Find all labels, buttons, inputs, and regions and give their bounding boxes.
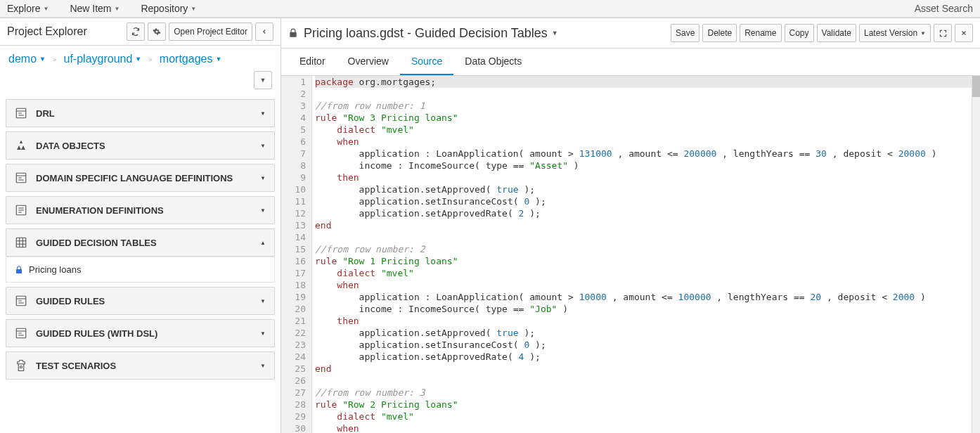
copy-button[interactable]: Copy: [785, 24, 814, 42]
project-explorer-title: Project Explorer: [7, 25, 124, 38]
tab-editor[interactable]: Editor: [288, 49, 337, 75]
close-button[interactable]: [955, 24, 973, 42]
menu-new-item-label: New Item: [70, 3, 111, 14]
menu-new-item[interactable]: New Item ▼: [70, 3, 120, 14]
category-item[interactable]: Pricing loans: [6, 257, 275, 283]
gear-icon: [153, 27, 161, 36]
document-title: Pricing loans.gdst - Guided Decision Tab…: [304, 26, 548, 41]
category-label: GUIDED DECISION TABLES: [36, 238, 256, 248]
breadcrumb-uf-playground[interactable]: uf-playground ▼: [64, 53, 142, 65]
breadcrumb-sep: »: [148, 56, 153, 63]
menu-repository[interactable]: Repository ▼: [141, 3, 196, 14]
rename-button[interactable]: Rename: [740, 24, 781, 42]
breadcrumb: demo ▼ » uf-playground ▼ » mortgages ▼: [0, 46, 281, 68]
lock-icon: [15, 266, 23, 274]
delete-button[interactable]: Delete: [702, 24, 737, 42]
menu-repository-label: Repository: [141, 3, 188, 14]
tab-data-objects[interactable]: Data Objects: [453, 49, 533, 75]
breadcrumb-sep: »: [53, 56, 57, 63]
project-explorer-panel: Project Explorer Open Project Editor dem…: [0, 18, 281, 433]
category-icon: [15, 172, 27, 184]
refresh-button[interactable]: [127, 22, 145, 41]
category-icon: [15, 139, 27, 152]
chevron-down-icon: ▼: [215, 56, 221, 63]
top-menu-bar: Explore ▼ New Item ▼ Repository ▼ Asset …: [0, 0, 980, 18]
toggle-icon: ▼: [260, 363, 266, 369]
toggle-icon: ▲: [260, 240, 266, 246]
settings-button[interactable]: [148, 22, 166, 41]
toggle-icon: ▼: [260, 298, 266, 304]
chevron-down-icon: ▼: [920, 30, 926, 37]
category-icon: [15, 295, 27, 307]
category-label: ENUMERATION DEFINITIONS: [36, 205, 256, 216]
chevron-down-icon: ▼: [39, 56, 46, 63]
menu-explore-label: Explore: [7, 3, 40, 14]
breadcrumb-mortgages[interactable]: mortgages ▼: [160, 53, 222, 65]
category-row[interactable]: GUIDED RULES▼: [6, 287, 275, 315]
chevron-down-icon: ▼: [552, 30, 558, 37]
lock-icon: [288, 28, 298, 38]
category-icon: [15, 236, 27, 249]
collapse-panel-button[interactable]: [255, 22, 273, 41]
breadcrumb-label: mortgages: [160, 53, 213, 65]
category-row[interactable]: DRL▼: [6, 99, 275, 127]
toggle-icon: ▼: [260, 110, 266, 117]
latest-version-button[interactable]: Latest Version ▼: [859, 24, 931, 42]
tab-source[interactable]: Source: [400, 49, 453, 75]
breadcrumb-demo[interactable]: demo ▼: [8, 53, 46, 65]
category-label: DRL: [36, 108, 256, 119]
breadcrumb-label: demo: [8, 53, 37, 65]
chevron-down-icon: ▼: [115, 6, 120, 12]
save-button[interactable]: Save: [671, 24, 699, 42]
expand-icon: [939, 30, 947, 37]
scrollbar-vertical[interactable]: [972, 76, 980, 433]
asset-search-link[interactable]: Asset Search: [915, 3, 973, 14]
category-label: DATA OBJECTS: [36, 141, 256, 151]
category-label: TEST SCENARIOS: [36, 361, 256, 371]
fullscreen-button[interactable]: [934, 24, 952, 42]
category-row[interactable]: DATA OBJECTS▼: [6, 131, 275, 160]
open-project-editor-button[interactable]: Open Project Editor: [169, 22, 252, 41]
category-row[interactable]: GUIDED RULES (WITH DSL)▼: [6, 319, 275, 347]
chevron-left-icon: [261, 28, 268, 35]
item-label: Pricing loans: [29, 264, 81, 275]
chevron-down-icon: ▼: [191, 6, 196, 12]
chevron-down-icon: ▼: [260, 77, 266, 84]
chevron-down-icon: ▼: [135, 56, 141, 63]
category-label: GUIDED RULES: [36, 296, 256, 306]
category-label: DOMAIN SPECIFIC LANGUAGE DEFINITIONS: [36, 173, 256, 183]
category-row[interactable]: DOMAIN SPECIFIC LANGUAGE DEFINITIONS▼: [6, 164, 275, 192]
chevron-down-icon: ▼: [43, 6, 49, 12]
category-icon: [15, 204, 27, 216]
close-icon: [960, 30, 967, 37]
document-title-bar[interactable]: Pricing loans.gdst - Guided Decision Tab…: [288, 26, 668, 41]
latest-version-label: Latest Version: [864, 28, 917, 38]
category-icon: [15, 359, 27, 372]
category-row[interactable]: TEST SCENARIOS▼: [6, 351, 275, 380]
category-icon: [15, 327, 27, 340]
category-row[interactable]: ENUMERATION DEFINITIONS▼: [6, 196, 275, 224]
breadcrumb-dropdown-button[interactable]: ▼: [254, 71, 272, 89]
toggle-icon: ▼: [260, 175, 266, 181]
menu-explore[interactable]: Explore ▼: [7, 3, 49, 14]
svg-point-6: [20, 366, 22, 368]
category-icon: [15, 107, 27, 119]
category-label: GUIDED RULES (WITH DSL): [36, 328, 256, 339]
refresh-icon: [131, 27, 140, 36]
code-editor[interactable]: 1234567891011121314151617181920212223242…: [281, 76, 980, 433]
code-content[interactable]: package org.mortgages; //from row number…: [312, 76, 972, 433]
scrollbar-thumb[interactable]: [972, 76, 980, 97]
category-row[interactable]: GUIDED DECISION TABLES▲: [6, 228, 275, 257]
svg-rect-3: [16, 238, 26, 247]
tab-overview[interactable]: Overview: [337, 49, 400, 75]
breadcrumb-label: uf-playground: [64, 53, 133, 65]
editor-panel: Pricing loans.gdst - Guided Decision Tab…: [281, 18, 980, 433]
toggle-icon: ▼: [260, 207, 266, 214]
toggle-icon: ▼: [260, 143, 266, 149]
validate-button[interactable]: Validate: [817, 24, 856, 42]
toggle-icon: ▼: [260, 330, 266, 337]
line-gutter: 1234567891011121314151617181920212223242…: [281, 76, 312, 433]
